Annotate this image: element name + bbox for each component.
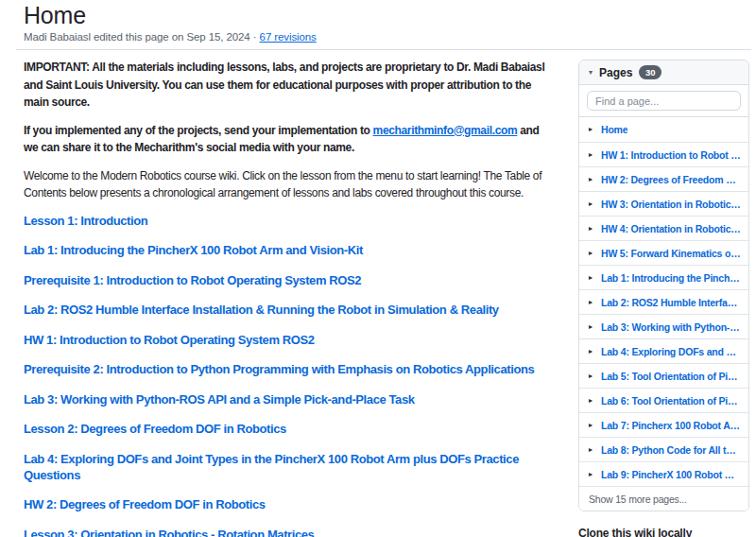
toc-heading-lab-2: Lab 2: ROS2 Humble Interface Installatio…: [24, 302, 553, 318]
pages-panel: ▾ Pages 30 ▸Home ▸HW 1: Introduction to …: [578, 60, 749, 511]
edit-meta: Madi Babaiasl edited this page on Sep 15…: [24, 31, 751, 43]
wiki-content: IMPORTANT: All the materials including l…: [24, 50, 553, 537]
toc-link-lab-1[interactable]: Lab 1: Introducing the PincherX 100 Robo…: [24, 243, 363, 257]
toc-link-lesson-3[interactable]: Lesson 3: Orientation in Robotics - Rota…: [24, 528, 314, 537]
toc-link-lab-2[interactable]: Lab 2: ROS2 Humble Interface Installatio…: [24, 303, 499, 317]
sidebar-item-hw-2[interactable]: ▸HW 2: Degrees of Freedom DOF in R...: [579, 166, 748, 191]
pages-panel-header[interactable]: ▾ Pages 30: [579, 61, 748, 85]
chevron-right-icon: ▸: [589, 299, 593, 306]
pages-count-badge: 30: [639, 65, 662, 78]
chevron-right-icon: ▸: [589, 372, 593, 380]
chevron-right-icon: ▸: [589, 323, 593, 331]
sidebar-item-hw-3[interactable]: ▸HW 3: Orientation in Robotics - Rotat..…: [579, 191, 748, 216]
sidebar-item-lab-3[interactable]: ▸Lab 3: Working with Python-ROS API ...: [579, 314, 748, 338]
toc-heading-prerequisite-1: Prerequisite 1: Introduction to Robot Op…: [24, 272, 553, 288]
sidebar-item-hw-4[interactable]: ▸HW 4: Orientation in Robotics - Expo...: [579, 216, 748, 240]
toc-heading-lesson-3: Lesson 3: Orientation in Robotics - Rota…: [24, 527, 553, 537]
toc-link-lesson-1[interactable]: Lesson 1: Introduction: [24, 214, 147, 228]
page-title: Home: [24, 2, 751, 28]
chevron-right-icon: ▸: [589, 471, 593, 478]
page-search-input[interactable]: [587, 91, 741, 111]
sidebar-item-lab-1[interactable]: ▸Lab 1: Introducing the PincherX 100 R..…: [579, 265, 748, 289]
pages-sidebar: ▾ Pages 30 ▸Home ▸HW 1: Introduction to …: [578, 60, 749, 537]
chevron-right-icon: ▸: [589, 126, 593, 133]
toc-heading-lab-1: Lab 1: Introducing the PincherX 100 Robo…: [24, 242, 553, 258]
toc-link-lab-3[interactable]: Lab 3: Working with Python-ROS API and a…: [24, 392, 415, 407]
show-more-pages-button[interactable]: Show 15 more pages...: [579, 486, 748, 511]
chevron-right-icon: ▸: [589, 446, 593, 454]
chevron-right-icon: ▸: [589, 151, 593, 159]
toc-link-lab-4[interactable]: Lab 4: Exploring DOFs and Joint Types in…: [24, 452, 519, 482]
toc-heading-lesson-1: Lesson 1: Introduction: [24, 213, 553, 229]
clone-wiki-label: Clone this wiki locally: [578, 527, 749, 537]
chevron-right-icon: ▸: [589, 176, 593, 183]
revisions-link[interactable]: 67 revisions: [260, 31, 317, 43]
email-link[interactable]: mecharithminfo@gmail.com: [373, 124, 518, 137]
projects-text-before: If you implemented any of the projects, …: [24, 124, 373, 137]
toc-link-lesson-2[interactable]: Lesson 2: Degrees of Freedom DOF in Robo…: [24, 422, 286, 436]
meta-separator: ·: [253, 31, 257, 43]
sidebar-item-hw-5[interactable]: ▸HW 5: Forward Kinematics of Kinova'...: [579, 240, 748, 265]
wiki-page: Home Madi Babaiasl edited this page on S…: [0, 0, 756, 537]
sidebar-item-lab-2[interactable]: ▸Lab 2: ROS2 Humble Interface Install...: [579, 289, 748, 314]
projects-paragraph: If you implemented any of the projects, …: [24, 122, 553, 157]
sidebar-item-lab-8[interactable]: ▸Lab 8: Python Code for All the Math f..…: [579, 437, 748, 461]
sidebar-item-home[interactable]: ▸Home: [579, 117, 748, 142]
chevron-right-icon: ▸: [589, 422, 593, 429]
sidebar-item-lab-4[interactable]: ▸Lab 4: Exploring DOFs and Joint Type...: [579, 338, 748, 363]
toc-link-prerequisite-1[interactable]: Prerequisite 1: Introduction to Robot Op…: [24, 273, 361, 287]
sidebar-item-lab-7[interactable]: ▸Lab 7: Pincherx 100 Robot Arm's Pose...: [579, 412, 748, 437]
toc-heading-hw-2: HW 2: Degrees of Freedom DOF in Robotics: [24, 496, 553, 512]
toc-link-prerequisite-2[interactable]: Prerequisite 2: Introduction to Python P…: [24, 362, 534, 376]
page-search-row: [579, 85, 748, 117]
welcome-paragraph: Welcome to the Modern Robotics course wi…: [24, 167, 553, 202]
chevron-right-icon: ▸: [589, 225, 593, 233]
important-paragraph: IMPORTANT: All the materials including l…: [24, 59, 553, 112]
toc-heading-lab-4: Lab 4: Exploring DOFs and Joint Types in…: [24, 451, 553, 483]
chevron-right-icon: ▸: [589, 274, 593, 282]
toc-link-hw-2[interactable]: HW 2: Degrees of Freedom DOF in Robotics: [24, 497, 266, 511]
chevron-right-icon: ▸: [589, 348, 593, 355]
toc-heading-prerequisite-2: Prerequisite 2: Introduction to Python P…: [24, 361, 553, 377]
toc-heading-lesson-2: Lesson 2: Degrees of Freedom DOF in Robo…: [24, 421, 553, 437]
chevron-down-icon: ▾: [589, 69, 593, 77]
edit-meta-text: Madi Babaiasl edited this page on Sep 15…: [24, 31, 250, 43]
chevron-right-icon: ▸: [589, 397, 593, 405]
sidebar-item-hw-1[interactable]: ▸HW 1: Introduction to Robot Operati...: [579, 142, 748, 166]
chevron-right-icon: ▸: [589, 200, 593, 208]
sidebar-item-lab-6[interactable]: ▸Lab 6: Tool Orientation of PincherX 1..…: [579, 388, 748, 412]
sidebar-item-lab-9[interactable]: ▸Lab 9: PincherX 100 Robot Arm's For...: [579, 461, 748, 486]
page-list: ▸Home ▸HW 1: Introduction to Robot Opera…: [579, 117, 748, 486]
sidebar-item-lab-5[interactable]: ▸Lab 5: Tool Orientation of PincherX 10.…: [579, 363, 748, 388]
toc-heading-hw-1: HW 1: Introduction to Robot Operating Sy…: [24, 332, 553, 348]
chevron-right-icon: ▸: [589, 250, 593, 257]
toc-heading-lab-3: Lab 3: Working with Python-ROS API and a…: [24, 391, 553, 407]
toc-link-hw-1[interactable]: HW 1: Introduction to Robot Operating Sy…: [24, 333, 315, 347]
pages-panel-title: Pages: [599, 66, 632, 79]
